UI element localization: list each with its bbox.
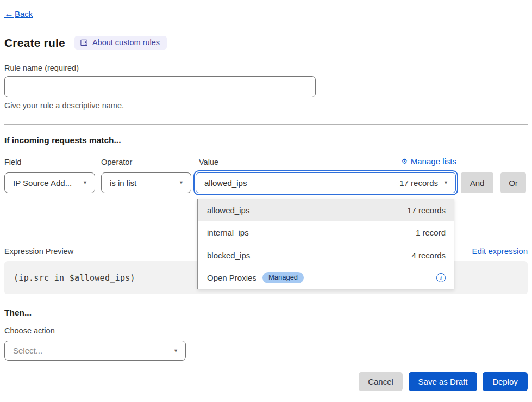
gear-icon: ⚙	[401, 157, 408, 165]
value-selected: allowed_ips	[204, 178, 247, 188]
page-title: Create rule	[4, 36, 65, 50]
value-combobox[interactable]: allowed_ips 17 records ▼	[196, 172, 456, 193]
and-button[interactable]: And	[461, 172, 493, 193]
chevron-down-icon: ▼	[443, 180, 448, 185]
chevron-down-icon: ▼	[173, 348, 178, 354]
manage-lists-label: Manage lists	[411, 157, 456, 166]
match-section-heading: If incoming requests match...	[4, 135, 121, 145]
list-option[interactable]: Open ProxiesManagedi	[198, 267, 454, 289]
list-option[interactable]: blocked_ips4 records	[198, 244, 454, 267]
title-row: Create rule About custom rules	[4, 36, 167, 50]
book-icon	[80, 39, 88, 47]
value-label: Value	[199, 158, 218, 166]
value-records-count: 17 records	[399, 178, 438, 188]
edit-expression-link[interactable]: Edit expression	[472, 246, 528, 256]
field-label: Field	[4, 158, 21, 166]
rule-name-label: Rule name (required)	[4, 64, 79, 72]
list-option-name: allowed_ips	[207, 206, 249, 215]
or-button[interactable]: Or	[500, 172, 526, 193]
list-option-name: internal_ips	[207, 228, 249, 237]
about-custom-rules-link[interactable]: About custom rules	[74, 36, 167, 50]
chevron-down-icon: ▼	[179, 180, 184, 185]
list-option-records: 4 records	[411, 251, 446, 260]
list-option-records: 17 records	[407, 206, 446, 215]
expression-code: (ip.src in $allowed_ips)	[14, 273, 135, 283]
back-label: Back	[15, 9, 33, 18]
info-icon[interactable]: i	[436, 273, 446, 282]
list-option[interactable]: allowed_ips17 records	[198, 199, 454, 221]
list-option-name: blocked_ips	[207, 251, 250, 260]
choose-action-label: Choose action	[4, 326, 55, 335]
cancel-button[interactable]: Cancel	[359, 372, 403, 391]
operator-label: Operator	[101, 158, 132, 166]
value-dropdown-panel: allowed_ips17 recordsinternal_ips1 recor…	[197, 199, 454, 289]
about-badge-label: About custom rules	[92, 38, 160, 47]
list-option-name: Open Proxies	[207, 273, 256, 282]
field-select-value: IP Source Add...	[13, 178, 72, 188]
manage-lists-link[interactable]: ⚙ Manage lists	[401, 157, 456, 166]
back-arrow-icon: ←	[4, 9, 14, 18]
action-select-placeholder: Select...	[13, 346, 42, 355]
section-divider	[4, 124, 528, 125]
then-heading: Then...	[4, 308, 32, 318]
chevron-down-icon: ▼	[83, 180, 87, 185]
operator-select[interactable]: is in list ▼	[101, 172, 191, 193]
deploy-button[interactable]: Deploy	[483, 372, 528, 391]
back-link[interactable]: ←Back	[4, 9, 33, 18]
rule-name-input[interactable]	[4, 76, 316, 97]
expression-preview-label: Expression Preview	[4, 247, 73, 256]
save-as-draft-button[interactable]: Save as Draft	[409, 372, 477, 391]
list-option-records: 1 record	[416, 228, 446, 237]
rule-name-helper: Give your rule a descriptive name.	[4, 101, 124, 110]
value-combobox-focus-ring: allowed_ips 17 records ▼	[193, 170, 458, 195]
field-select[interactable]: IP Source Add... ▼	[4, 172, 95, 193]
list-option[interactable]: internal_ips1 record	[198, 221, 454, 244]
action-select[interactable]: Select... ▼	[4, 341, 186, 361]
create-rule-page: ←Back Create rule About custom rules Rul…	[0, 0, 532, 402]
operator-select-value: is in list	[110, 178, 136, 188]
managed-badge: Managed	[262, 272, 304, 283]
